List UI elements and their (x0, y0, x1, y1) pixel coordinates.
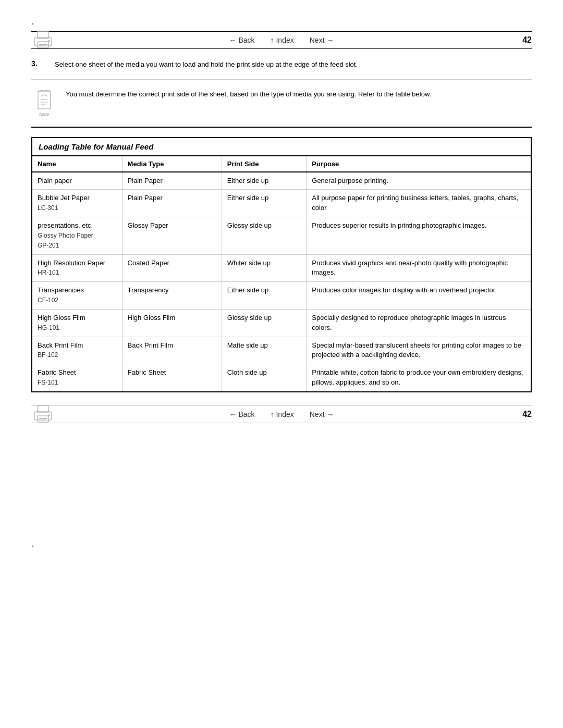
bottom-page-number: 42 (522, 410, 532, 419)
cell-media-6: Back Print Film (122, 337, 222, 364)
cell-print-6: Matte side up (222, 337, 307, 364)
col-header-media: Media Type (122, 156, 222, 172)
note-symbol-icon (34, 89, 55, 111)
note-block: Note You must determine the correct prin… (31, 89, 532, 128)
bottom-back-link[interactable]: ← Back (229, 410, 255, 418)
cell-name-4: TransparenciesCF-102 (32, 282, 122, 310)
top-nav: ← Back ↑ Index Next → 42 (31, 31, 532, 49)
cell-name-main-1: Bubble Jet Paper (38, 194, 90, 202)
media-table: Name Media Type Print Side Purpose Plain… (32, 156, 531, 392)
cell-purpose-2: Produces superior results in printing ph… (307, 217, 531, 255)
note-text: You must determine the correct print sid… (66, 89, 431, 117)
col-header-name: Name (32, 156, 122, 172)
cell-print-3: Whiter side up (222, 254, 307, 282)
bottom-next-label: Next → (310, 410, 334, 418)
cell-name-sub-6: BF-102 (38, 351, 58, 359)
cell-print-7: Cloth side up (222, 364, 307, 391)
cell-media-3: Coated Paper (122, 254, 222, 282)
table-row: High Resolution PaperHR-101Coated PaperW… (32, 254, 531, 282)
cell-purpose-1: All purpose paper for printing business … (307, 190, 531, 217)
bottom-nav: ← Back ↑ Index Next → 42 (31, 405, 532, 423)
cell-name-main-6: Back Print Film (38, 341, 83, 349)
cell-name-1: Bubble Jet PaperLC-301 (32, 190, 122, 217)
cell-purpose-5: Specially designed to reproduce photogra… (307, 309, 531, 337)
table-title-row: Loading Table for Manual Feed (32, 138, 531, 156)
dot-top: . (31, 16, 532, 26)
bottom-back-label: ← Back (229, 410, 255, 418)
cell-media-5: High Gloss Film (122, 309, 222, 337)
step-text: Select one sheet of the media you want t… (55, 59, 358, 70)
svg-rect-14 (39, 419, 44, 421)
cell-name-main-3: High Resolution Paper (38, 259, 105, 267)
cell-purpose-0: General purpose printing. (307, 172, 531, 190)
cell-name-main-2: presentations, etc. (38, 221, 93, 229)
cell-name-main-7: Fabric Sheet (38, 368, 76, 376)
col-header-purpose: Purpose (307, 156, 531, 172)
cell-purpose-3: Produces vivid graphics and near-photo q… (307, 254, 531, 282)
table-row: TransparenciesCF-102TransparencyEither s… (32, 282, 531, 310)
back-label: ← Back (229, 36, 255, 44)
bottom-index-link[interactable]: ↑ Index (271, 410, 294, 418)
table-title: Loading Table for Manual Feed (39, 142, 153, 151)
cell-purpose-4: Produces color images for display with a… (307, 282, 531, 310)
svg-rect-13 (39, 418, 47, 419)
cell-print-0: Either side up (222, 172, 307, 190)
cell-name-0: Plain paper (32, 172, 122, 190)
cell-name-5: High Gloss FilmHG-101 (32, 309, 122, 337)
bottom-logo-icon (31, 404, 55, 424)
svg-rect-5 (39, 45, 44, 46)
svg-point-12 (48, 414, 50, 416)
index-link[interactable]: ↑ Index (271, 36, 294, 44)
cell-name-main-4: Transparencies (38, 286, 84, 294)
next-label: Next → (310, 36, 334, 44)
cell-name-sub-3: HR-101 (38, 269, 59, 276)
table-row: Plain paperPlain PaperEither side upGene… (32, 172, 531, 190)
page-number: 42 (522, 35, 532, 45)
table-row: Bubble Jet PaperLC-301Plain PaperEither … (32, 190, 531, 217)
cell-print-5: Glossy side up (222, 309, 307, 337)
cell-name-sub-1: LC-301 (38, 204, 58, 212)
dot-bottom: . (31, 538, 532, 548)
loading-table: Loading Table for Manual Feed Name Media… (31, 137, 532, 393)
cell-print-2: Glossy side up (222, 217, 307, 255)
cell-name-sub-2: Glossy Photo PaperGP-201 (38, 232, 93, 249)
cell-name-sub-5: HG-101 (38, 324, 59, 331)
note-label: Note (39, 112, 49, 117)
cell-media-2: Glossy Paper (122, 217, 222, 255)
cell-name-main-0: Plain paper (38, 177, 72, 184)
table-row: High Gloss FilmHG-101High Gloss FilmGlos… (32, 309, 531, 337)
cell-media-4: Transparency (122, 282, 222, 310)
cell-name-7: Fabric SheetFS-101 (32, 364, 122, 391)
cell-print-4: Either side up (222, 282, 307, 310)
svg-rect-4 (39, 44, 47, 45)
table-row: Back Print FilmBF-102Back Print FilmMatt… (32, 337, 531, 364)
step-number: 3. (31, 59, 44, 70)
cell-name-3: High Resolution PaperHR-101 (32, 254, 122, 282)
cell-purpose-6: Special mylar-based translucent sheets f… (307, 337, 531, 364)
step-3-block: 3. Select one sheet of the media you wan… (31, 59, 532, 80)
table-row: Fabric SheetFS-101Fabric SheetCloth side… (32, 364, 531, 391)
back-link[interactable]: ← Back (229, 36, 255, 44)
cell-media-0: Plain Paper (122, 172, 222, 190)
cell-media-7: Fabric Sheet (122, 364, 222, 391)
svg-point-3 (48, 40, 50, 42)
cell-name-main-5: High Gloss Film (38, 314, 85, 322)
bottom-index-label: ↑ Index (271, 410, 294, 418)
next-link[interactable]: Next → (310, 36, 334, 44)
cell-name-sub-7: FS-101 (38, 379, 58, 386)
cell-name-6: Back Print FilmBF-102 (32, 337, 122, 364)
logo-icon (31, 30, 55, 50)
bottom-next-link[interactable]: Next → (310, 410, 334, 418)
cell-name-2: presentations, etc.Glossy Photo PaperGP-… (32, 217, 122, 255)
table-header-row: Name Media Type Print Side Purpose (32, 156, 531, 172)
index-label: ↑ Index (271, 36, 294, 44)
cell-media-1: Plain Paper (122, 190, 222, 217)
cell-name-sub-4: CF-102 (38, 297, 58, 304)
note-icon-area: Note (31, 89, 57, 117)
table-row: presentations, etc.Glossy Photo PaperGP-… (32, 217, 531, 255)
cell-print-1: Either side up (222, 190, 307, 217)
page: . ← Back ↑ Index Next → 42 3. Select o (0, 0, 563, 728)
cell-purpose-7: Printable white, cotton fabric to produc… (307, 364, 531, 391)
col-header-print: Print Side (222, 156, 307, 172)
